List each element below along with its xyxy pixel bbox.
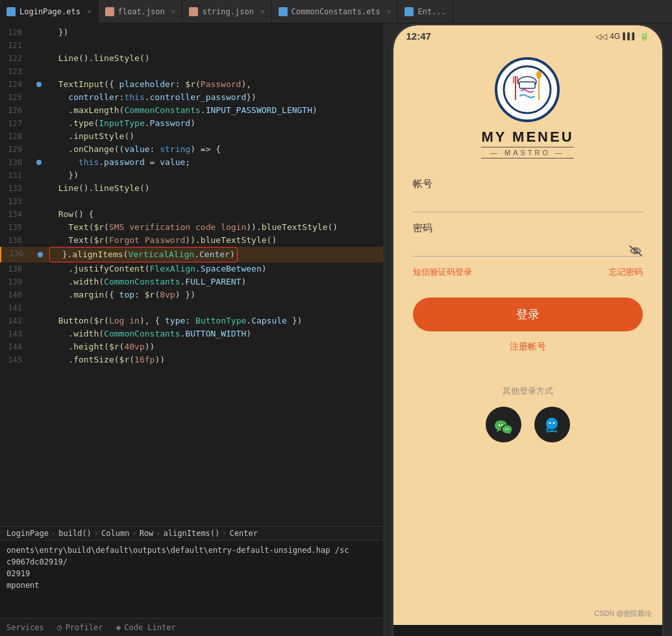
- phone-content[interactable]: MY MENEU — MASTRO — 帐号 密码: [393, 44, 662, 625]
- breadcrumb-item-1[interactable]: LoginPage: [6, 529, 49, 538]
- links-row: 短信验证码登录 忘记密码: [413, 266, 643, 278]
- terminal-line-2: c9067dc02919/: [6, 556, 377, 568]
- tab-label-string: string.json: [202, 7, 253, 16]
- eye-hide-icon[interactable]: [628, 245, 643, 259]
- code-line-128: 128 .inputStyle(): [0, 130, 383, 143]
- code-panel: 120 }) 121 122 Line().lineStyle(): [0, 23, 383, 636]
- code-line-135: 135 Text($r(SMS verification code login)…: [0, 221, 383, 234]
- svg-point-10: [499, 424, 500, 426]
- logo-area: MY MENEU — MASTRO —: [481, 57, 573, 159]
- tab-label-ent: Ent...: [417, 7, 445, 16]
- profiler-icon: ◷: [57, 622, 62, 632]
- code-linter-icon: ◈: [116, 622, 121, 632]
- logo-circle: [495, 57, 560, 122]
- tab-common-constants[interactable]: CommonConstants.ets ✕: [272, 0, 399, 23]
- recent-nav-icon[interactable]: □: [595, 633, 604, 637]
- network-icon: ▌▌▌: [623, 32, 636, 40]
- code-line-126: 126 .maxLength(CommonConstants.INPUT_PAS…: [0, 104, 383, 117]
- forgot-password-link[interactable]: 忘记密码: [609, 266, 643, 278]
- tab-close-string[interactable]: ✕: [260, 7, 265, 16]
- code-line-127: 127 .type(InputType.Password): [0, 117, 383, 130]
- code-line-144: 144 .height($r(40vp)): [0, 340, 383, 353]
- code-lines: 120 }) 121 122 Line().lineStyle(): [0, 23, 383, 369]
- code-line-130: 130 this.password = value;: [0, 156, 383, 169]
- code-line-125: 125 controller:this.controller_password}…: [0, 91, 383, 104]
- tab-close-login[interactable]: ✕: [87, 7, 92, 16]
- breadcrumb-item-3[interactable]: Column: [101, 529, 129, 538]
- tab-close-constants[interactable]: ✕: [387, 7, 392, 16]
- tab-label-constants: CommonConstants.ets: [292, 7, 380, 16]
- code-line-129: 129 .onChange((value: string) => {: [0, 143, 383, 156]
- breadcrumb-item-4[interactable]: Row: [140, 529, 154, 538]
- account-field-row: [413, 193, 643, 222]
- signal-icon: ◁◁: [595, 32, 607, 41]
- tab-icon-string: [189, 7, 198, 16]
- code-line-123: 123: [0, 65, 383, 78]
- account-label: 帐号: [413, 178, 643, 190]
- svg-point-0: [504, 66, 551, 113]
- status-services[interactable]: Services: [6, 623, 44, 632]
- form-area: 帐号 密码: [413, 178, 643, 442]
- tab-bar: LoginPage.ets ✕ float.json ✕ string.json…: [0, 0, 672, 23]
- tab-icon-login: [6, 7, 16, 16]
- breadcrumb: LoginPage › build() › Column › Row › ali…: [0, 526, 383, 540]
- phone-frame: 12:47 ◁◁ 4G ▌▌▌ 🔋: [392, 23, 664, 636]
- password-input[interactable]: [413, 237, 643, 257]
- phone-bottom-nav: ◁ ○ □: [393, 625, 662, 636]
- logo-sub: — MASTRO —: [481, 147, 573, 159]
- code-line-132: 132 Line().lineStyle(): [0, 182, 383, 195]
- breadcrumb-item-5[interactable]: alignItems(): [164, 529, 220, 538]
- csdn-watermark: CSDN @密院载论: [594, 609, 652, 618]
- tab-icon-ent: [404, 7, 414, 16]
- logo-text: MY MENEU — MASTRO —: [481, 129, 573, 159]
- svg-point-12: [505, 428, 506, 429]
- back-nav-icon[interactable]: ◁: [451, 633, 460, 637]
- breadcrumb-item-6[interactable]: Center: [230, 529, 258, 538]
- login-button[interactable]: 登录: [413, 298, 643, 331]
- code-line-121: 121: [0, 39, 383, 52]
- phone-status-bar: 12:47 ◁◁ 4G ▌▌▌ 🔋: [393, 25, 662, 44]
- sms-login-link[interactable]: 短信验证码登录: [413, 266, 472, 278]
- phone-panel: 12:47 ◁◁ 4G ▌▌▌ 🔋: [383, 23, 672, 636]
- wechat-icon[interactable]: [486, 407, 521, 442]
- password-field-row: [413, 237, 643, 266]
- svg-point-14: [550, 430, 554, 432]
- terminal-line-4: mponent: [6, 579, 377, 591]
- code-line-139: 139 .width(CommonConstants.FULL_PARENT): [0, 275, 383, 288]
- services-label: Services: [6, 623, 44, 632]
- tab-string-json[interactable]: string.json ✕: [182, 0, 271, 23]
- terminal-panel[interactable]: onents\entry\build\default\outputs\defau…: [0, 540, 383, 618]
- code-line-142: 142 Button($r(Log in), { type: ButtonTyp…: [0, 314, 383, 327]
- other-login-label: 其他登录方式: [413, 385, 643, 397]
- tab-login-page[interactable]: LoginPage.ets ✕: [0, 0, 99, 23]
- code-line-134: 134 Row() {: [0, 208, 383, 221]
- code-line-138: 138 .justifyContent(FlexAlign.SpaceBetwe…: [0, 262, 383, 275]
- status-code-linter[interactable]: ◈ Code Linter: [116, 622, 175, 632]
- phone-time: 12:47: [406, 31, 431, 42]
- battery-icon: 🔋: [640, 32, 649, 41]
- register-link[interactable]: 注册帐号: [413, 341, 643, 353]
- logo-svg: [501, 64, 553, 116]
- tab-ent[interactable]: Ent...: [398, 0, 453, 23]
- tab-close-float[interactable]: ✕: [171, 7, 176, 16]
- breadcrumb-item-2[interactable]: build(): [58, 529, 92, 538]
- phone-status-icons: ◁◁ 4G ▌▌▌ 🔋: [595, 32, 649, 41]
- code-line-140: 140 .margin({ top: $r(8vp) }): [0, 288, 383, 301]
- code-line-141: 141: [0, 301, 383, 314]
- tab-label-float: float.json: [118, 7, 165, 16]
- social-icons: [413, 407, 643, 442]
- code-line-124: 124 TextInput({ placeholder: $r(Password…: [0, 78, 383, 91]
- svg-point-15: [549, 422, 551, 424]
- code-line-120: 120 }): [0, 26, 383, 39]
- logo-name: MY MENEU: [481, 129, 573, 146]
- qq-icon[interactable]: [534, 407, 570, 442]
- profiler-label: Profiler: [66, 623, 103, 632]
- code-linter-label: Code Linter: [124, 623, 175, 632]
- account-input[interactable]: [413, 193, 643, 212]
- code-line-136: 136 Text($r(Forgot Password)).blueTextSt…: [0, 234, 383, 247]
- tab-float-json[interactable]: float.json ✕: [99, 0, 183, 23]
- status-profiler[interactable]: ◷ Profiler: [57, 622, 103, 632]
- home-nav-icon[interactable]: ○: [523, 633, 532, 637]
- code-content[interactable]: 120 }) 121 122 Line().lineStyle(): [0, 23, 383, 526]
- main-area: 120 }) 121 122 Line().lineStyle(): [0, 23, 672, 636]
